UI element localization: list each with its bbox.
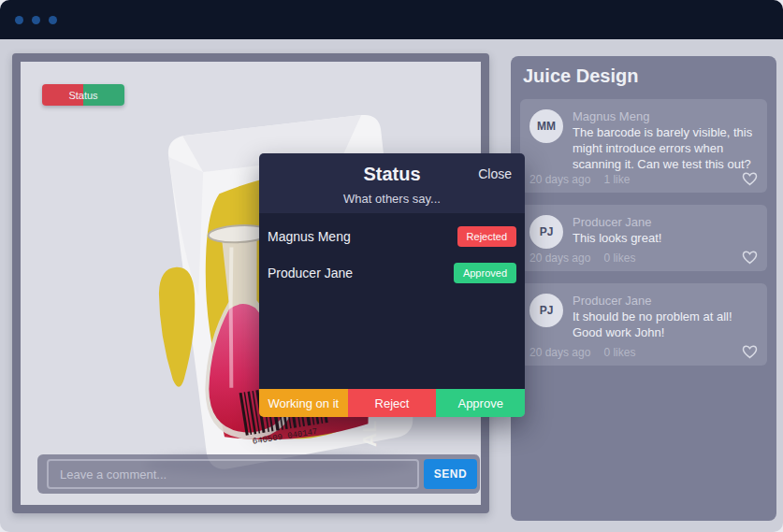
comment-likes: 0 likes (603, 346, 635, 359)
comment-card: PJ Producer Jane It should be no problem… (520, 283, 767, 366)
comment-author: Magnus Meng (573, 109, 758, 123)
comment-text: The barcode is barely visible, this migh… (573, 124, 758, 172)
avatar: PJ (529, 215, 563, 249)
comment-input[interactable] (47, 459, 419, 489)
project-title: Juice Design (523, 65, 638, 87)
comment-author: Producer Jane (573, 215, 661, 229)
comment-likes: 0 likes (603, 252, 635, 265)
status-entry: Magnus Meng Rejected (268, 225, 516, 248)
status-pill-button[interactable]: Status (42, 84, 124, 106)
comments-sidebar: Juice Design MM Magnus Meng The barcode … (511, 56, 776, 521)
heart-icon[interactable] (742, 345, 758, 359)
modal-action-bar: Working on it Reject Approve (259, 389, 525, 417)
status-entry: Producer Jane Approved (268, 262, 516, 284)
app-window: 640509 040147 AL Status SEND Juice Desig… (0, 0, 783, 532)
status-pill-label: Status (42, 84, 124, 106)
status-badge-rejected: Rejected (457, 226, 516, 247)
approve-button[interactable]: Approve (436, 389, 525, 417)
comment-time: 20 days ago (529, 346, 590, 359)
comment-card: PJ Producer Jane This looks great! 20 da… (520, 205, 767, 271)
modal-subtitle: What others say... (259, 192, 525, 206)
heart-icon[interactable] (742, 251, 758, 265)
comment-author: Producer Jane (573, 294, 758, 308)
title-bar (0, 0, 783, 39)
status-modal-header: Status What others say... Close (259, 153, 525, 213)
window-dot (49, 16, 57, 24)
comment-time: 20 days ago (529, 252, 590, 265)
status-modal-body: Magnus Meng Rejected Producer Jane Appro… (259, 213, 525, 389)
reviewer-name: Producer Jane (268, 266, 353, 280)
send-button[interactable]: SEND (424, 459, 477, 489)
avatar: MM (529, 109, 563, 143)
reviewer-name: Magnus Meng (268, 229, 351, 244)
comment-card: MM Magnus Meng The barcode is barely vis… (520, 99, 767, 193)
comment-bar: SEND (37, 454, 480, 494)
status-badge-approved: Approved (454, 263, 516, 283)
comment-text: This looks great! (573, 230, 661, 246)
reject-button[interactable]: Reject (348, 389, 437, 417)
heart-icon[interactable] (742, 172, 758, 186)
window-dots (15, 16, 57, 24)
status-modal: Status What others say... Close Magnus M… (259, 153, 525, 417)
window-dot (32, 16, 40, 24)
window-dot (15, 16, 23, 24)
avatar: PJ (529, 294, 563, 327)
close-button[interactable]: Close (478, 166, 512, 181)
comment-likes: 1 like (603, 173, 630, 186)
comment-text: It should be no problem at all! Good wor… (573, 309, 758, 340)
comment-time: 20 days ago (529, 173, 590, 186)
working-on-it-button[interactable]: Working on it (259, 389, 348, 417)
